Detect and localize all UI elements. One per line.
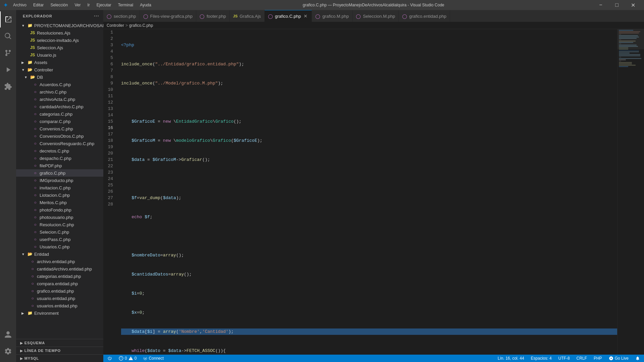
esquema-header[interactable]: ▶ ESQUEMA	[16, 339, 103, 347]
menu-item-ir[interactable]: Ir	[85, 2, 92, 8]
spaces-text: Espacios: 4	[531, 356, 552, 361]
tab-section[interactable]: ◯ section.php	[103, 10, 140, 22]
sidebar-item-usuarios-c[interactable]: ○ Usuarios.C.php	[16, 243, 103, 250]
sidebar-item-environment[interactable]: ▶ 📁 Environment	[16, 309, 103, 317]
sidebar-item-archivoActa-c[interactable]: ○ archivoActa.C.php	[16, 96, 103, 103]
status-encoding[interactable]: UTF-8	[557, 355, 571, 362]
minimap	[617, 29, 644, 355]
activity-explorer[interactable]	[0, 11, 16, 27]
sidebar-item-cantidadArchivo-c[interactable]: ○ cantidadArchivo.C.php	[16, 103, 103, 110]
encoding-text: UTF-8	[558, 356, 570, 361]
status-spaces[interactable]: Espacios: 4	[530, 355, 553, 362]
activity-extensions[interactable]	[0, 78, 16, 95]
sidebar-item-grafico-c[interactable]: ○ grafico.C.php	[16, 169, 103, 177]
sidebar-label: usuarios.entidad.php	[37, 303, 77, 308]
status-bar-left: 0 0 Connect	[106, 355, 165, 362]
tab-seleccion-m[interactable]: ◯ Seleccion.M.php	[353, 10, 399, 22]
sidebar-item-archivo-c[interactable]: ○ archivo.C.php	[16, 88, 103, 96]
status-errors[interactable]: 0 0	[117, 355, 138, 362]
code-line-9: $f=var_dump($data);	[121, 195, 617, 201]
menu-item-editar[interactable]: Editar	[31, 2, 46, 8]
code-line-16: $data[$i] = array('Nombre','Cantidad');	[121, 328, 617, 335]
activity-settings[interactable]	[0, 343, 16, 359]
sidebar-item-entidad[interactable]: ▼ 📂 Entidad	[16, 250, 103, 258]
folder-open-icon: 📂	[27, 67, 33, 73]
sidebar-item-conveniosResguardo-c[interactable]: ○ ConveniosResguardo.C.php	[16, 140, 103, 147]
line-num-19: 19	[103, 144, 116, 150]
sidebar-item-meritos-c[interactable]: ○ Meritos.C.php	[16, 199, 103, 206]
sidebar-item-assets[interactable]: ▶ 📁 Assets	[16, 59, 103, 66]
activity-accounts[interactable]	[0, 326, 16, 343]
sidebar-item-categorias-entidad[interactable]: ○ categorias.entidad.php	[16, 273, 103, 280]
tab-close-button[interactable]: ✕	[303, 13, 308, 19]
tab-footer[interactable]: ◯ footer.php	[196, 10, 230, 22]
sidebar-item-grafico-entidad[interactable]: ○ grafico.entidad.php	[16, 287, 103, 295]
menu-item-archivo[interactable]: Archivo	[10, 2, 29, 8]
js-icon: JS	[30, 45, 36, 51]
sidebar-item-acuerdos[interactable]: ○ Acuerdos.C.php	[16, 81, 103, 88]
sidebar-item-compara-entidad[interactable]: ○ compara.entidad.php	[16, 280, 103, 287]
minimize-button[interactable]: −	[593, 0, 608, 10]
menu-item-ayuda[interactable]: Ayuda	[137, 2, 154, 8]
warning-count: 0	[135, 356, 137, 361]
tab-grafico-m[interactable]: ◯ grafico.M.php	[312, 10, 353, 22]
line-num-10: 10	[103, 86, 116, 93]
close-button[interactable]: ✕	[625, 0, 641, 10]
menu-item-selección[interactable]: Selección	[48, 2, 70, 8]
sidebar-item-photousuario[interactable]: ○ photousuario.php	[16, 214, 103, 221]
svg-point-2	[5, 54, 7, 56]
status-line-ending[interactable]: CRLF	[575, 355, 588, 362]
status-position[interactable]: Lín. 16, col. 44	[496, 355, 526, 362]
sidebar-item-IMGproducto[interactable]: ○ IMGproducto.php	[16, 177, 103, 184]
sidebar-item-userPass-c[interactable]: ○ userPass.C.php	[16, 236, 103, 243]
sidebar-item-seleccion-js[interactable]: JS Seleccion.Ajs	[16, 44, 103, 51]
sidebar-item-db[interactable]: ▼ 📂 DB	[16, 73, 103, 81]
menu-item-ver[interactable]: Ver	[72, 2, 83, 8]
sidebar-item-liotacion-c[interactable]: ○ Liotacion.C.php	[16, 191, 103, 199]
sidebar-item-comparar-c[interactable]: ○ comparar.C.php	[16, 118, 103, 125]
sidebar-item-decretos-c[interactable]: ○ decretos.C.php	[16, 147, 103, 155]
sidebar-item-cantidadArchivo-entidad[interactable]: ○ cantidadArchivo.entidad.php	[16, 265, 103, 273]
maximize-button[interactable]: □	[609, 0, 625, 10]
sidebar-item-selecion-c[interactable]: ○ Selecion.C.php	[16, 228, 103, 236]
line-num-21: 21	[103, 157, 116, 163]
status-go-live[interactable]: Go Live	[607, 355, 630, 362]
tab-files-view[interactable]: ◯ Files-view-grafica.php	[140, 10, 196, 22]
tab-grafico-c[interactable]: ◯ grafico.C.php ✕	[265, 10, 312, 22]
code-area[interactable]: <?php include_once("../Entidad/grafico.e…	[118, 29, 617, 355]
sidebar-item-resolucion-c[interactable]: ○ Resolucion.C.php	[16, 221, 103, 228]
status-language[interactable]: PHP	[592, 355, 603, 362]
sidebar-item-convenios-c[interactable]: ○ Convenios.C.php	[16, 125, 103, 132]
activity-source-control[interactable]	[0, 45, 16, 61]
breadcrumb-controller[interactable]: Controller	[107, 23, 124, 28]
sidebar-item-despacho-c[interactable]: ○ despacho.C.php	[16, 155, 103, 162]
sidebar-item-archivo-entidad[interactable]: ○ archivo.entidad.php	[16, 258, 103, 265]
tab-grafica-js[interactable]: JS Grafica.Ajs	[230, 10, 265, 22]
status-remote[interactable]	[106, 355, 113, 362]
project-root[interactable]: ▼ 📁 PROYECTOMANEJOARCHIVOSALCALDIALQU...	[16, 22, 103, 29]
sidebar-menu-button[interactable]: ⋯	[94, 13, 99, 19]
sidebar-item-usuario-entidad[interactable]: ○ usuario.entidad.php	[16, 295, 103, 302]
sidebar-item-usuario-js[interactable]: JS Usuario.js	[16, 51, 103, 59]
linea-tiempo-header[interactable]: ▶ LÍNEA DE TIEMPO	[16, 347, 103, 354]
linea-tiempo-section: ▶ LÍNEA DE TIEMPO	[16, 347, 103, 354]
sidebar-item-photoFondo[interactable]: ○ photoFondo.php	[16, 206, 103, 214]
sidebar-item-resoluciones-js[interactable]: JS Resoluciones.Ajs	[16, 29, 103, 37]
activity-run[interactable]	[0, 62, 16, 78]
sidebar-item-usuarios-entidad[interactable]: ○ usuarios.entidad.php	[16, 302, 103, 309]
sidebar-item-categorias-c[interactable]: ○ categorias.C.php	[16, 110, 103, 118]
menu-item-ejecutar[interactable]: Ejecutar	[94, 2, 114, 8]
breadcrumb-file[interactable]: grafico.C.php	[129, 23, 153, 28]
mysql-header[interactable]: ▶ MYSQL	[16, 355, 103, 362]
activity-search[interactable]	[0, 28, 16, 44]
status-connect[interactable]: Connect	[142, 355, 165, 362]
sidebar-item-filePDF-c[interactable]: ○ filePDF.php	[16, 162, 103, 169]
sidebar-item-conveniosOtros-c[interactable]: ○ ConveniosOtros.C.php	[16, 132, 103, 140]
sidebar-item-invitacion-c[interactable]: ○ invitacion.C.php	[16, 184, 103, 191]
sidebar-item-seleccion-invitado-js[interactable]: JS seleccion-invitado.Ajs	[16, 37, 103, 44]
tab-label: Seleccion.M.php	[363, 14, 395, 19]
menu-item-terminal[interactable]: Terminal	[115, 2, 136, 8]
status-notifications[interactable]	[634, 355, 641, 362]
sidebar-item-controller[interactable]: ▼ 📂 Controller	[16, 66, 103, 73]
tab-grafico-entidad[interactable]: ◯ grafico.entidad.php	[399, 10, 450, 22]
